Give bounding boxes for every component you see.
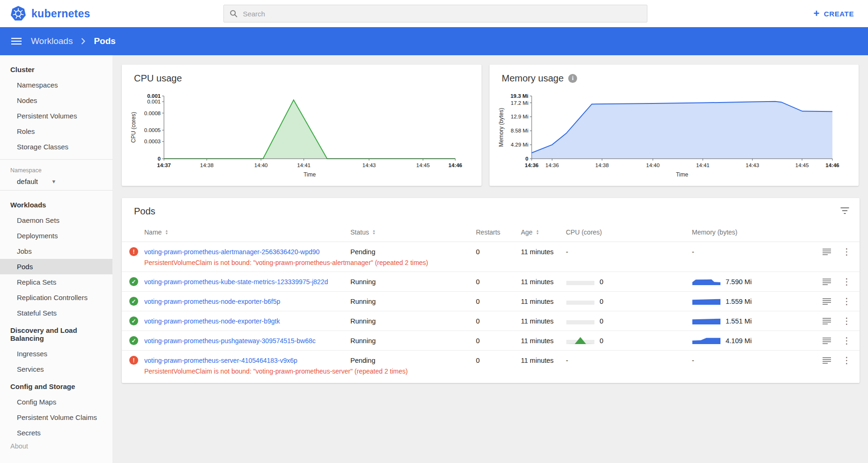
cpu-sparkline	[566, 317, 595, 324]
namespace-select[interactable]: default ▾	[17, 177, 55, 185]
sidebar-item-nodes[interactable]: Nodes	[0, 93, 112, 108]
svg-text:14:45: 14:45	[416, 162, 430, 168]
pod-warning-message: PersistentVolumeClaim is not bound: "vot…	[144, 367, 852, 375]
sidebar-item-stateful-sets[interactable]: Stateful Sets	[0, 305, 112, 321]
pod-warning-message: PersistentVolumeClaim is not bound: "vot…	[144, 259, 852, 266]
cpu-sparkline	[566, 337, 595, 344]
svg-text:0.0003: 0.0003	[144, 139, 161, 144]
kebab-menu-icon[interactable]: ⋮	[842, 277, 851, 286]
sidebar-item-deployments[interactable]: Deployments	[0, 228, 112, 243]
sidebar-item-daemon-sets[interactable]: Daemon Sets	[0, 213, 112, 228]
sidebar-item-ingresses[interactable]: Ingresses	[0, 346, 112, 361]
info-icon[interactable]: i	[568, 74, 577, 83]
logs-icon[interactable]	[823, 338, 831, 344]
pod-name-link[interactable]: voting-prawn-prometheus-node-exporter-b9…	[144, 317, 350, 325]
svg-text:0.001: 0.001	[147, 99, 161, 104]
memory-sparkline	[692, 317, 721, 324]
create-button[interactable]: + CREATE	[813, 0, 854, 27]
kebab-menu-icon[interactable]: ⋮	[842, 297, 851, 306]
breadcrumb-parent[interactable]: Workloads	[31, 36, 73, 46]
pod-memory: -	[692, 357, 815, 364]
cpu-usage-chart: 0.0010.0010.00080.00050.0003014:3714:381…	[129, 90, 467, 182]
sidebar-nav: Cluster Namespaces Nodes Persistent Volu…	[0, 55, 112, 463]
search-input[interactable]	[243, 10, 641, 18]
logs-icon[interactable]	[823, 318, 831, 324]
column-restarts: Restarts	[476, 228, 500, 236]
brand[interactable]: kubernetes	[0, 6, 90, 22]
sidebar-item-config-maps[interactable]: Config Maps	[0, 394, 112, 410]
sidebar-item-jobs[interactable]: Jobs	[0, 243, 112, 259]
sidebar-item-namespaces[interactable]: Namespaces	[0, 77, 112, 93]
sidebar-item-persistent-volume-claims[interactable]: Persistent Volume Claims	[0, 410, 112, 425]
pod-name-link[interactable]: voting-prawn-prometheus-alertmanager-256…	[144, 248, 350, 256]
search-bar[interactable]	[223, 5, 647, 22]
pod-restarts: 0	[476, 337, 521, 345]
error-status-icon: !	[129, 356, 138, 365]
kebab-menu-icon[interactable]: ⋮	[842, 247, 851, 256]
svg-text:0.0008: 0.0008	[144, 110, 161, 116]
pod-age: 11 minutes	[521, 357, 566, 364]
pod-name-link[interactable]: voting-prawn-prometheus-pushgateway-3095…	[144, 337, 350, 345]
svg-text:14:40: 14:40	[646, 162, 660, 168]
plus-icon: +	[813, 8, 819, 19]
logs-icon[interactable]	[823, 357, 831, 364]
column-status: Status	[350, 228, 369, 236]
table-row: ✓ voting-prawn-prometheus-kube-state-met…	[129, 272, 852, 291]
memory-usage-card: Memory usage i 19.3 Mi17.2 Mi12.9 Mi8.58…	[490, 65, 859, 186]
pod-name-link[interactable]: voting-prawn-prometheus-server-410546418…	[144, 357, 350, 364]
logs-icon[interactable]	[823, 279, 831, 285]
filter-icon[interactable]	[840, 207, 849, 216]
sidebar-item-persistent-volumes[interactable]: Persistent Volumes	[0, 108, 112, 124]
sidebar-item-replication-controllers[interactable]: Replication Controllers	[0, 290, 112, 305]
kebab-menu-icon[interactable]: ⋮	[842, 316, 851, 325]
pod-age: 11 minutes	[521, 337, 566, 345]
svg-text:14:41: 14:41	[297, 162, 311, 168]
svg-text:14:46: 14:46	[825, 162, 839, 168]
sort-icon[interactable]: ▲▼	[372, 229, 376, 235]
svg-text:14:36: 14:36	[525, 162, 538, 168]
kebab-menu-icon[interactable]: ⋮	[842, 356, 851, 365]
svg-text:14:38: 14:38	[595, 162, 609, 168]
pod-restarts: 0	[476, 278, 521, 286]
pod-row-group: ! voting-prawn-prometheus-server-4105464…	[122, 351, 860, 375]
pod-name-link[interactable]: voting-prawn-prometheus-kube-state-metri…	[144, 278, 350, 286]
cpu-usage-title: CPU usage	[134, 73, 182, 84]
kebab-menu-icon[interactable]: ⋮	[842, 336, 851, 345]
svg-text:14:38: 14:38	[200, 162, 214, 168]
pod-restarts: 0	[476, 357, 521, 364]
svg-text:0: 0	[158, 156, 161, 162]
svg-text:17.2 Mi: 17.2 Mi	[511, 100, 528, 106]
sidebar-item-services[interactable]: Services	[0, 361, 112, 377]
sidebar-section-cluster: Cluster	[0, 60, 112, 77]
top-app-bar: kubernetes + CREATE	[0, 0, 868, 27]
cpu-sparkline	[566, 298, 595, 305]
pod-memory: -	[692, 248, 815, 256]
pod-age: 11 minutes	[521, 278, 566, 286]
sort-icon[interactable]: ▲▼	[165, 229, 168, 235]
pod-name-link[interactable]: voting-prawn-prometheus-node-exporter-b6…	[144, 298, 350, 305]
sidebar-item-secrets[interactable]: Secrets	[0, 425, 112, 441]
logs-icon[interactable]	[823, 249, 831, 255]
pod-cpu: 0	[566, 278, 692, 286]
sort-icon[interactable]: ▲▼	[536, 229, 539, 235]
sidebar-item-about[interactable]: About	[10, 442, 28, 450]
table-header-row: Name ▲▼ Status ▲▼ Restarts Age ▲▼ CPU (c…	[122, 222, 860, 242]
sidebar-item-roles[interactable]: Roles	[0, 124, 112, 139]
main-content: CPU usage 0.0010.0010.00080.00050.000301…	[112, 55, 868, 463]
create-button-label: CREATE	[824, 10, 854, 18]
pods-table-card: Pods Name ▲▼ Status ▲▼ Restarts Age ▲▼ C…	[122, 198, 860, 383]
success-status-icon: ✓	[129, 316, 138, 325]
pod-restarts: 0	[476, 248, 521, 256]
breadcrumb-current: Pods	[94, 36, 115, 46]
pod-row-group: ✓ voting-prawn-prometheus-node-exporter-…	[122, 311, 860, 331]
sidebar-item-pods[interactable]: Pods	[0, 259, 112, 274]
memory-usage-chart: 19.3 Mi17.2 Mi12.9 Mi8.58 Mi4.29 Mi014:3…	[497, 90, 844, 182]
pod-status: Running	[350, 317, 476, 325]
chevron-down-icon: ▾	[52, 178, 55, 185]
sidebar-item-storage-classes[interactable]: Storage Classes	[0, 139, 112, 154]
svg-text:19.3 Mi: 19.3 Mi	[511, 93, 528, 99]
column-cpu: CPU (cores)	[566, 228, 602, 236]
logs-icon[interactable]	[823, 298, 831, 305]
menu-icon[interactable]	[11, 37, 22, 45]
sidebar-item-replica-sets[interactable]: Replica Sets	[0, 274, 112, 290]
